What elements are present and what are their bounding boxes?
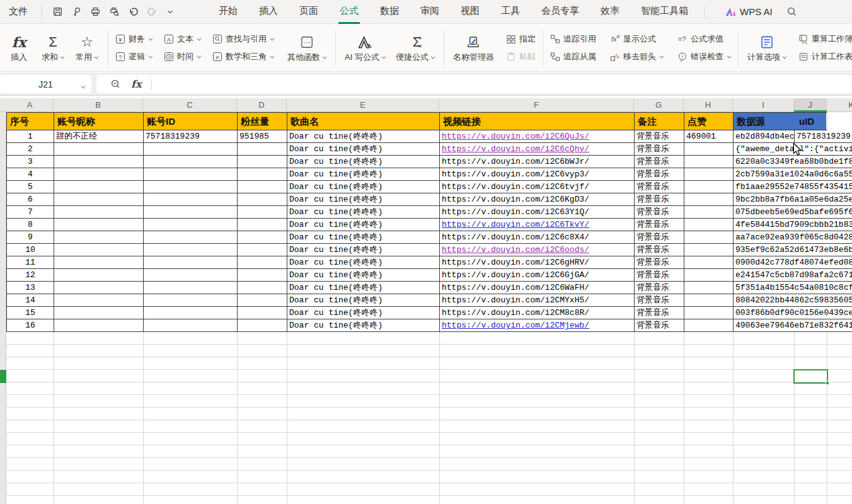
cell-nickname[interactable] (54, 193, 144, 205)
cell-source[interactable]: 2cb7599a31e1024a0d6c6a55 (734, 168, 852, 180)
cell-seq[interactable]: 13 (7, 282, 54, 294)
cell-video-link[interactable]: https://v.douyin.com/i2C6gHRV/ (442, 258, 589, 267)
cell-seq[interactable]: 12 (7, 269, 54, 281)
cell-nickname[interactable] (54, 231, 144, 243)
cell-song[interactable]: Doar cu tine(咚咚咚) (287, 231, 440, 243)
cell-song[interactable]: Doar cu tine(咚咚咚) (287, 244, 440, 256)
cell-likes[interactable] (684, 206, 734, 218)
cell-link[interactable]: https://v.douyin.com/i2C6c8X4/ (440, 231, 635, 243)
cell-source[interactable]: 80842022bb44862c59835605 (734, 294, 852, 306)
quick-formula-button[interactable]: Σ+× 便捷公式 (391, 27, 439, 69)
cell-link[interactable]: https://v.douyin.com/i2C6tvjf/ (440, 181, 635, 193)
cell-likes[interactable] (684, 282, 734, 294)
menu-tab-7[interactable]: 视图 (459, 0, 481, 24)
cell-link[interactable]: https://v.douyin.com/i2CMjewb/ (440, 319, 635, 331)
cell-seq[interactable]: 4 (7, 168, 54, 180)
cell-account-id[interactable] (144, 143, 238, 155)
cell-likes[interactable] (684, 181, 734, 193)
column-header-G[interactable]: G (634, 98, 684, 112)
cell-note[interactable]: 背景音乐 (635, 143, 684, 155)
calc-options-button[interactable]: 计算选项 (743, 27, 791, 69)
cell-account-id[interactable] (144, 256, 238, 268)
cell-name-box[interactable]: J21 (0, 75, 91, 93)
cell-link[interactable]: https://v.douyin.com/i2C6gHRV/ (440, 256, 635, 268)
header-cell-g[interactable]: 备注 (635, 113, 684, 130)
cell-fans[interactable] (238, 307, 287, 319)
cell-song[interactable]: Doar cu tine(咚咚咚) (287, 294, 440, 306)
cell-seq[interactable]: 7 (7, 206, 54, 218)
cell-video-link[interactable]: https://v.douyin.com/i2C6c8X4/ (442, 232, 589, 242)
cell-account-id[interactable] (144, 319, 238, 331)
cell-note[interactable]: 背景音乐 (635, 193, 684, 205)
cell-account-id[interactable] (144, 269, 238, 281)
name-manager-button[interactable]: 名称管理器 (449, 27, 498, 69)
cell-link[interactable]: https://v.douyin.com/i2C63Y1Q/ (440, 206, 635, 218)
cell-video-link[interactable]: https://v.douyin.com/i2C6oods/ (442, 245, 589, 255)
menu-tab-6[interactable]: 审阅 (419, 0, 440, 24)
cell-account-id[interactable] (144, 219, 238, 231)
logic-functions-button[interactable]: ? 逻辑 (113, 49, 155, 64)
cell-video-link[interactable]: https://v.douyin.com/i2C6GjGA/ (442, 270, 589, 280)
cell-source[interactable]: 6220a0c3349fea68b0bde1f8 (734, 156, 852, 168)
cell-likes[interactable] (684, 256, 734, 268)
cell-video-link[interactable]: https://v.douyin.com/i2C6tvjf/ (442, 182, 589, 192)
cell-note[interactable]: 背景音乐 (635, 256, 684, 268)
ai-formula-button[interactable]: AI 写公式 (340, 27, 390, 69)
cell-seq[interactable]: 14 (7, 294, 54, 306)
header-cell-b[interactable]: 账号昵称 (54, 113, 144, 130)
undo-icon[interactable] (128, 6, 139, 17)
cell-song[interactable]: Doar cu tine(咚咚咚) (287, 282, 440, 294)
text-functions-button[interactable]: A 文本 (161, 32, 204, 47)
cell-nickname[interactable] (54, 282, 144, 294)
cell-song[interactable]: Doar cu tine(咚咚咚) (287, 307, 440, 319)
cell-link[interactable]: https://v.douyin.com/i2C6QuJs/ (440, 130, 635, 142)
cell-likes[interactable] (684, 156, 734, 168)
cell-video-link[interactable]: https://v.douyin.com/i2CMYxH5/ (442, 295, 589, 305)
column-header-E[interactable]: E (287, 98, 439, 112)
cell-link[interactable]: https://v.douyin.com/i2CM8c8R/ (440, 307, 635, 319)
cell-song[interactable]: Doar cu tine(咚咚咚) (287, 269, 440, 281)
header-cell-a[interactable]: 序号 (7, 113, 54, 130)
cell-link[interactable]: https://v.douyin.com/i2C6cQhv/ (440, 143, 635, 155)
column-header-I[interactable]: I (733, 98, 794, 112)
cell-likes[interactable] (684, 193, 734, 205)
print-preview-icon[interactable] (109, 6, 120, 17)
cell-video-link[interactable]: https://v.douyin.com/i2CMjewb/ (442, 321, 589, 330)
cell-source[interactable]: 5f351a4b1554c54a0810c8cf (734, 282, 852, 294)
fill-handle[interactable] (826, 381, 829, 385)
trace-precedents-button[interactable]: 追踪引用 (548, 32, 599, 47)
cell-fans[interactable] (238, 319, 287, 331)
cell-likes[interactable] (684, 294, 734, 306)
cell-note[interactable]: 背景音乐 (635, 168, 684, 180)
cell-account-id[interactable] (144, 294, 238, 306)
cell-likes[interactable]: 469001 (684, 130, 734, 142)
math-trig-button[interactable]: e 数学和三角 (210, 49, 277, 64)
cell-link[interactable]: https://v.douyin.com/i2CMYxH5/ (440, 294, 635, 306)
cell-seq[interactable]: 16 (7, 319, 54, 331)
header-cell-d[interactable]: 粉丝量 (238, 113, 287, 130)
cell-source[interactable]: eb2d894db4ec (734, 130, 795, 142)
common-functions-button[interactable]: ☆ 常用 (71, 27, 103, 69)
cell-uid[interactable]: 75718319239 (795, 130, 852, 142)
menu-tab-1[interactable]: 开始 (217, 0, 239, 24)
row-header-strip[interactable] (0, 98, 6, 504)
cell-source[interactable]: 075dbeeb5e69ed5bafe695f6 (734, 206, 852, 218)
cell-account-id[interactable]: 75718319239 (144, 130, 238, 142)
menu-tab-3[interactable]: 页面 (298, 0, 320, 24)
header-cell-f[interactable]: 视频链接 (440, 113, 635, 130)
column-header-A[interactable]: A (6, 98, 54, 112)
cell-source[interactable]: 003f86b0df90c0156e0439ce (734, 307, 852, 319)
cell-link[interactable]: https://v.douyin.com/i2C6GjGA/ (440, 269, 635, 281)
sum-button[interactable]: Σ 求和 (37, 27, 69, 69)
cell-source[interactable]: e241547c5cb87d98afa2c671 (734, 269, 852, 281)
cell-video-link[interactable]: https://v.douyin.com/i2C6bWJr/ (442, 157, 589, 166)
cell-video-link[interactable]: https://v.douyin.com/i2C6KgD3/ (442, 195, 589, 204)
menu-tab-2[interactable]: 插入 (258, 0, 279, 24)
cell-likes[interactable] (684, 168, 734, 180)
cell-seq[interactable]: 10 (7, 244, 54, 256)
cell-video-link[interactable]: https://v.douyin.com/i2C6QuJs/ (442, 132, 589, 141)
cell-nickname[interactable] (54, 143, 144, 155)
cell-nickname[interactable] (54, 319, 144, 331)
finance-functions-button[interactable]: ¥ 财务 (113, 32, 155, 47)
cell-source[interactable]: 4fe584415bd7909cbbb21b83 (734, 219, 852, 231)
